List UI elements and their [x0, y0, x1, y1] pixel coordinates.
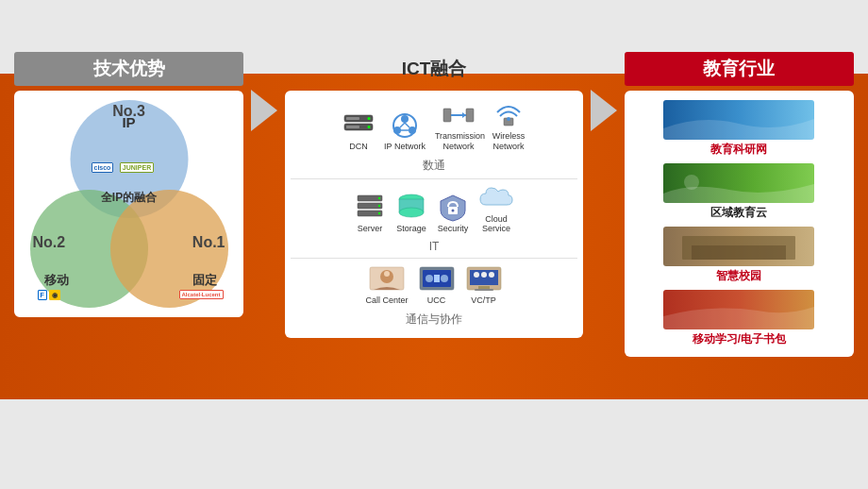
wireless-label: WirelessNetwork — [492, 131, 526, 152]
svg-point-9 — [409, 126, 416, 134]
left-panel: 技术优势 No.3 IP cisco JUNIPER 全IP的融合 No.2 N… — [14, 52, 243, 317]
svg-point-22 — [378, 197, 380, 199]
fixed-brands: Alcatel·Lucent — [179, 283, 224, 300]
svg-point-29 — [452, 210, 455, 212]
ipnetwork-icon — [388, 111, 422, 140]
no2-label: No.2 — [33, 234, 66, 251]
svg-line-10 — [400, 123, 405, 127]
server-item: Server — [354, 194, 386, 234]
vctp-item: VC/TP — [465, 263, 503, 306]
edu-label-3: 智慧校园 — [716, 268, 761, 284]
ucc-label: UCC — [427, 295, 446, 306]
juniper-brand: JUNIPER — [120, 162, 154, 173]
ip-label: IP — [122, 114, 135, 130]
brand-mobile-2: ◉ — [49, 290, 60, 300]
left-panel-body: No.3 IP cisco JUNIPER 全IP的融合 No.2 No.1 移… — [14, 91, 243, 317]
cisco-logo: cisco JUNIPER — [91, 157, 154, 174]
storage-icon — [395, 194, 427, 222]
arrow-shape-1 — [251, 90, 277, 131]
venn-diagram: No.3 IP cisco JUNIPER 全IP的融合 No.2 No.1 移… — [30, 100, 228, 308]
edu-list: 教育科研网 — [634, 100, 844, 347]
middle-panel-body: DCN — [285, 91, 583, 338]
svg-rect-4 — [346, 117, 359, 120]
wireless-item: WirelessNetwork — [492, 101, 526, 152]
edu-label-1: 教育科研网 — [710, 142, 767, 158]
svg-line-11 — [405, 123, 409, 127]
svg-point-43 — [481, 272, 487, 278]
ipnetwork-label: IP Network — [384, 142, 426, 152]
transmission-label: TransmissionNetwork — [435, 131, 482, 152]
svg-point-18 — [507, 117, 510, 121]
arrow-2 — [591, 52, 617, 131]
edu-item-3: 智慧校园 — [634, 227, 844, 284]
cloud-icon — [478, 184, 514, 212]
middle-panel: ICT融合 — [285, 52, 583, 338]
ict-section-comm: Call Center UCC — [291, 259, 577, 332]
dcn-label: DCN — [349, 142, 368, 152]
svg-rect-5 — [346, 126, 359, 128]
storage-item: Storage — [395, 194, 427, 234]
svg-marker-16 — [462, 112, 466, 118]
datong-title: 数通 — [423, 158, 445, 174]
comm-icons: Call Center UCC — [365, 263, 502, 306]
storage-label: Storage — [396, 224, 426, 234]
svg-point-7 — [401, 115, 409, 123]
svg-point-2 — [368, 117, 371, 120]
right-panel-title: 教育行业 — [625, 52, 854, 86]
dcn-item: DCN — [342, 111, 375, 152]
edu-img-2 — [663, 163, 814, 203]
svg-point-44 — [489, 272, 494, 278]
ict-body: DCN — [291, 96, 577, 332]
right-panel: 教育行业 — [625, 52, 854, 357]
wireless-icon — [492, 101, 526, 129]
svg-point-8 — [393, 126, 401, 134]
svg-rect-40 — [478, 286, 490, 289]
server-icon — [354, 194, 386, 222]
alcatel-brand: Alcatel·Lucent — [179, 290, 224, 299]
svg-point-24 — [378, 212, 380, 214]
center-label: 全IP的融合 — [101, 190, 157, 206]
datong-icons: DCN — [342, 101, 526, 152]
svg-rect-41 — [475, 289, 493, 291]
main-content: 技术优势 No.3 IP cisco JUNIPER 全IP的融合 No.2 N… — [14, 52, 854, 465]
it-title: IT — [429, 240, 440, 253]
left-panel-title: 技术优势 — [14, 52, 243, 86]
callcenter-label: Call Center — [365, 295, 408, 306]
edu-img-3 — [663, 227, 814, 266]
no1-label: No.1 — [192, 234, 225, 251]
dcn-icon — [342, 111, 375, 140]
middle-panel-title: ICT融合 — [285, 52, 583, 86]
comm-title: 通信与协作 — [406, 312, 462, 328]
ipnetwork-item: IP Network — [384, 111, 426, 152]
svg-rect-13 — [443, 109, 451, 122]
cloud-label: CloudService — [482, 214, 510, 235]
edu-thumb-3 — [663, 227, 814, 266]
arrow-1 — [251, 52, 277, 131]
svg-point-32 — [384, 271, 390, 277]
security-item: Security — [437, 194, 469, 234]
ucc-item: UCC — [418, 263, 456, 306]
edu-thumb-4 — [663, 290, 814, 329]
svg-rect-14 — [466, 109, 474, 122]
edu-thumb-2 — [663, 163, 814, 203]
security-label: Security — [438, 224, 469, 234]
svg-point-27 — [399, 208, 424, 217]
edu-img-1 — [663, 100, 814, 140]
server-label: Server — [358, 224, 383, 234]
svg-point-36 — [441, 275, 448, 282]
vctp-label: VC/TP — [471, 295, 496, 306]
cisco-brand: cisco — [91, 162, 113, 173]
security-icon — [437, 194, 469, 222]
ict-section-datong: DCN — [291, 96, 577, 179]
svg-point-3 — [368, 126, 371, 128]
svg-point-35 — [426, 275, 433, 282]
edu-item-1: 教育科研网 — [634, 100, 844, 158]
edu-label-2: 区域教育云 — [710, 205, 767, 221]
edu-item-2: 区域教育云 — [634, 163, 844, 221]
svg-point-23 — [378, 205, 380, 207]
it-icons: Server Storage — [354, 184, 514, 235]
mobile-brands: F ◉ — [38, 290, 60, 300]
edu-label-4: 移动学习/电子书包 — [693, 331, 786, 347]
ucc-icon — [418, 263, 456, 294]
transmission-item: TransmissionNetwork — [435, 101, 482, 152]
